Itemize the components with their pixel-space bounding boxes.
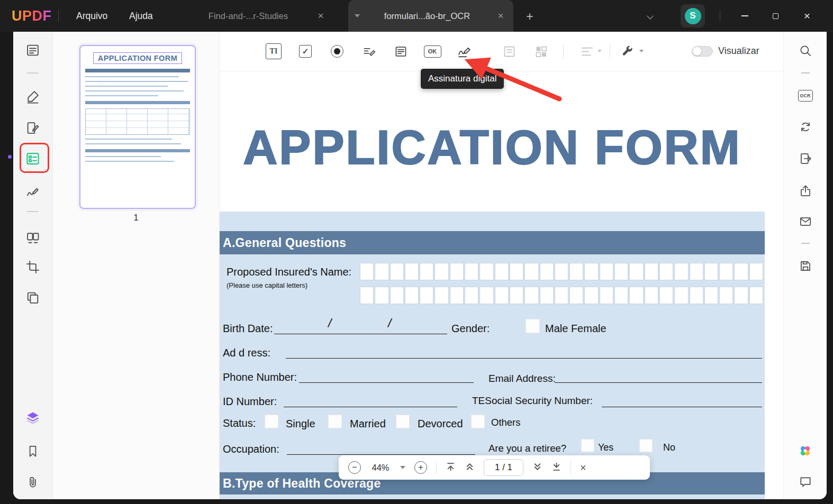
name-grid-cell: [555, 263, 568, 280]
scroll-to-bottom-button[interactable]: [551, 462, 562, 474]
status-checkbox-married: [328, 415, 342, 428]
previous-page-button[interactable]: [465, 462, 475, 474]
status-checkbox-devorced: [396, 415, 410, 428]
sidebar-organize-pages-button[interactable]: [21, 227, 44, 249]
thumbnail-content-line: [85, 161, 174, 162]
sidebar-panel-bookmarks[interactable]: [21, 441, 44, 462]
titlebar-divider: [720, 10, 720, 22]
thumbnail-content-bar: [85, 101, 190, 104]
right-sidebar: OCR: [783, 32, 827, 499]
name-grid-cell: [465, 287, 478, 304]
name-grid-cell: [510, 287, 523, 304]
field-underline-email: [555, 382, 762, 383]
new-tab-button[interactable]: +: [521, 8, 538, 25]
name-grid-cell: [584, 287, 598, 304]
sidebar-comment-button[interactable]: [21, 86, 44, 107]
ocr-button[interactable]: OCR: [794, 85, 817, 106]
tabs-chevron-down-icon[interactable]: [648, 12, 660, 20]
sidebar-reader-button[interactable]: [21, 40, 44, 61]
zoom-level: 44%: [370, 463, 391, 473]
menu-ajuda[interactable]: Ajuda: [121, 7, 161, 24]
name-grid-cell: [690, 287, 703, 304]
align-dropdown-icon[interactable]: [597, 50, 602, 52]
tab-close-icon[interactable]: ×: [494, 10, 507, 22]
bookmark-icon: [26, 444, 40, 458]
user-avatar[interactable]: S: [681, 4, 705, 28]
name-grid-cell: [749, 263, 763, 280]
digital-signature-tool-button[interactable]: [454, 41, 474, 61]
sidebar-crop-button[interactable]: [21, 256, 44, 278]
maximize-button[interactable]: [764, 6, 786, 25]
tab-label: formulari...ão-br_OCR: [360, 11, 494, 21]
name-grid-cell: [555, 287, 568, 304]
tab-document-1[interactable]: Find-and-...r-Studies ×: [175, 0, 334, 32]
name-grid-cell: [540, 263, 554, 280]
share-button[interactable]: [794, 180, 817, 201]
tab-close-icon[interactable]: ×: [314, 10, 327, 22]
push-button-tool-button[interactable]: OK: [422, 41, 442, 61]
name-grid-cell: [405, 263, 419, 280]
name-grid-cell: [600, 263, 613, 280]
organize-pages-icon: [25, 231, 40, 245]
close-button[interactable]: ×: [796, 6, 818, 25]
zoom-dropdown-icon[interactable]: [400, 466, 405, 469]
document-viewport[interactable]: APPLICATION FORM A.General Questions Pro…: [220, 71, 783, 499]
radio-icon: [331, 45, 343, 58]
name-grid-cell: [659, 287, 673, 304]
save-button[interactable]: [794, 255, 817, 277]
name-grid-cell: [479, 287, 493, 304]
name-grid-cell: [690, 263, 703, 280]
ai-assistant-button[interactable]: [794, 440, 817, 461]
tab-dropdown-icon[interactable]: [355, 14, 360, 17]
radio-button-tool-button[interactable]: [327, 41, 347, 61]
preview-toggle[interactable]: [692, 46, 713, 57]
name-grid-cell: [390, 263, 404, 280]
name-grid-cell: [659, 263, 673, 280]
ai-flower-icon: [798, 444, 812, 458]
tab-order-button[interactable]: [499, 41, 519, 61]
gender-options: Male Female: [545, 323, 606, 335]
sidebar-edit-button[interactable]: [21, 117, 44, 139]
field-underline-id: [284, 407, 457, 407]
thumbnail-content-line: [85, 139, 172, 140]
sidebar-extract-button[interactable]: [21, 287, 44, 308]
checkbox-icon: ✓: [299, 45, 312, 58]
name-grid-cell: [524, 263, 538, 280]
thumbnail-content-line: [85, 90, 184, 91]
titlebar-divider: [58, 10, 59, 22]
zoom-in-button[interactable]: +: [414, 461, 427, 474]
field-underline-birth: [274, 334, 447, 334]
convert-button[interactable]: [794, 116, 817, 138]
close-zoombar-button[interactable]: ×: [580, 462, 586, 474]
name-grid-cell: [434, 263, 448, 280]
next-page-button[interactable]: [532, 462, 542, 474]
align-fields-button[interactable]: [577, 41, 597, 61]
minimize-button[interactable]: [734, 6, 756, 25]
field-layout-button[interactable]: [531, 41, 551, 61]
tab-document-2-active[interactable]: formulari...ão-br_OCR ×: [348, 0, 513, 32]
name-grid-cell: [734, 287, 748, 304]
status-checkbox-single: [265, 415, 278, 428]
scroll-to-top-button[interactable]: [446, 462, 456, 474]
retiree-no-label: No: [663, 442, 675, 453]
text-field-tool-button[interactable]: TI: [264, 41, 284, 61]
email-button[interactable]: [794, 211, 817, 232]
page-thumbnail[interactable]: APPLICATION FORM: [79, 45, 196, 209]
zoom-out-button[interactable]: −: [348, 461, 361, 474]
sidebar-panel-attachments[interactable]: [21, 472, 44, 493]
thumbnail-content-bar: [85, 149, 190, 152]
page-indicator[interactable]: 1 / 1: [484, 459, 523, 476]
checkbox-tool-button[interactable]: ✓: [295, 41, 315, 61]
export-button[interactable]: [794, 148, 817, 169]
name-grid-cell: [734, 263, 748, 280]
comments-panel-button[interactable]: [794, 471, 817, 492]
properties-dropdown-icon[interactable]: [639, 50, 644, 52]
combo-box-tool-button[interactable]: [359, 41, 379, 61]
email-icon: [799, 215, 812, 228]
sidebar-sign-button[interactable]: [21, 181, 44, 202]
search-button[interactable]: [794, 40, 817, 61]
menu-arquivo[interactable]: Arquivo: [68, 7, 116, 24]
list-box-tool-button[interactable]: [391, 41, 411, 61]
field-properties-button[interactable]: [617, 41, 637, 61]
sidebar-panel-thumbnails-active[interactable]: [21, 407, 44, 428]
